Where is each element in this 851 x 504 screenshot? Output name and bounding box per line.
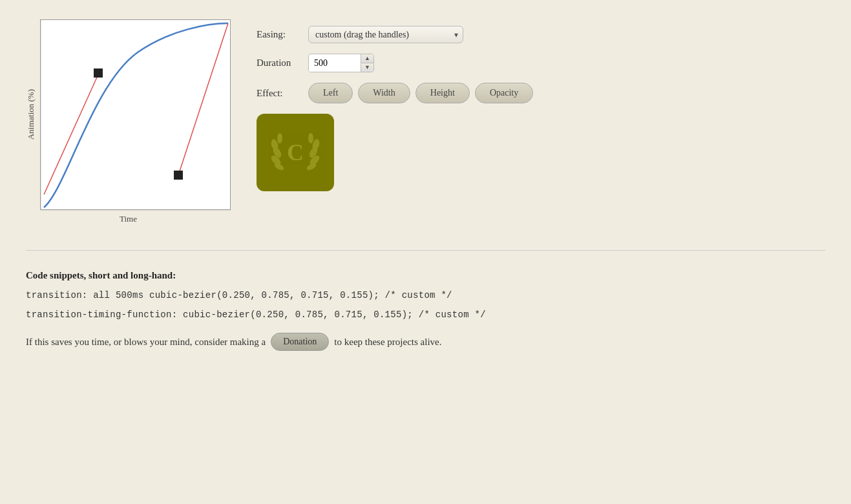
svg-point-7 [277,133,282,143]
effect-left-button[interactable]: Left [308,83,353,103]
duration-input-wrap: ▲ ▼ [308,54,374,72]
easing-row: Easing: custom (drag the handles) ease e… [257,26,533,43]
logo-svg: C [263,120,328,185]
easing-select-wrapper[interactable]: custom (drag the handles) ease ease-in e… [308,26,463,43]
graph-wrap: Animation (%) [26,19,231,210]
effect-opacity-button[interactable]: Opacity [475,83,533,103]
code-line-2: transition-timing-function: cubic-bezier… [26,310,825,320]
section-divider [26,250,825,251]
svg-line-3 [178,23,228,175]
handle-2[interactable] [174,171,183,180]
bezier-graph[interactable] [40,19,231,210]
donation-text-after: to keep these projects alive. [334,337,441,348]
svg-point-12 [308,133,313,143]
effect-height-button[interactable]: Height [415,83,470,103]
svg-text:C: C [287,140,304,165]
bottom-section: Code snippets, short and long-hand: tran… [26,264,825,357]
effect-width-button[interactable]: Width [358,83,410,103]
handle-1[interactable] [94,68,103,78]
bezier-svg [41,20,231,211]
spinner-down-button[interactable]: ▼ [361,63,373,72]
svg-line-2 [44,73,99,194]
main-container: Animation (%) [0,0,851,370]
spinner-buttons: ▲ ▼ [361,54,373,72]
graph-container: Animation (%) [26,19,231,224]
effect-label: Effect: [257,88,302,99]
duration-label: Duration [257,58,302,68]
y-axis-label: Animation (%) [26,89,36,140]
donation-text-before: If this saves you time, or blows your mi… [26,337,266,348]
effect-row: Effect: Left Width Height Opacity [257,83,533,103]
duration-input[interactable] [309,55,361,72]
controls-section: Easing: custom (drag the handles) ease e… [257,19,533,191]
spinner-up-button[interactable]: ▲ [361,54,373,63]
code-heading: Code snippets, short and long-hand: [26,270,825,281]
easing-label: Easing: [257,29,302,40]
easing-select[interactable]: custom (drag the handles) ease ease-in e… [308,26,463,43]
effect-buttons: Left Width Height Opacity [308,83,533,103]
donation-button[interactable]: Donation [271,333,329,351]
cubic-bezier-logo: C [257,114,334,191]
donation-line: If this saves you time, or blows your mi… [26,333,825,351]
duration-row: Duration ▲ ▼ [257,54,533,72]
code-line-1: transition: all 500ms cubic-bezier(0.250… [26,290,825,300]
top-section: Animation (%) [26,19,825,244]
x-axis-label: Time [120,214,137,224]
